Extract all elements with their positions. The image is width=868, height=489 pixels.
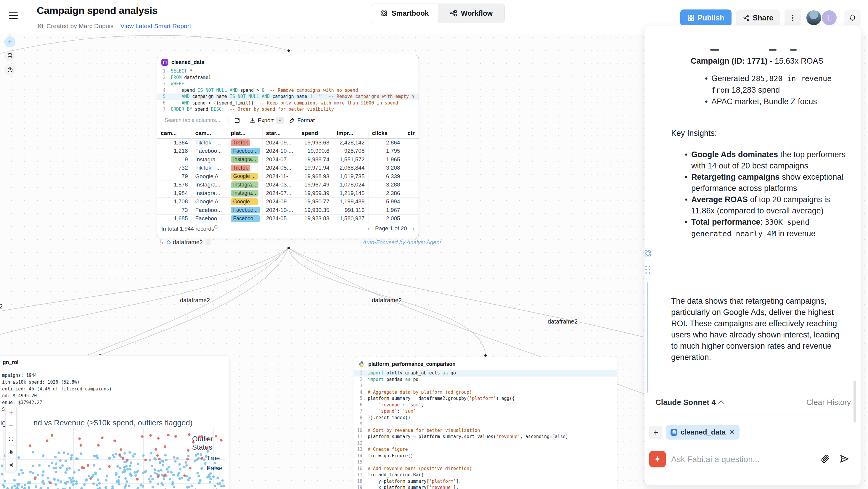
search-input[interactable] <box>161 116 229 125</box>
share-button[interactable]: Share <box>736 9 780 26</box>
publish-button[interactable]: Publish <box>680 9 731 26</box>
send-icon[interactable] <box>839 454 849 464</box>
lock-button[interactable] <box>6 446 16 459</box>
edge-label-dataframe2-cut: 2 <box>0 303 3 310</box>
code-line: 11platform_summary = platform_summary.so… <box>354 434 617 440</box>
table-cell <box>404 214 419 223</box>
divider <box>655 445 850 445</box>
table-cell: 2024-05... <box>262 214 298 223</box>
export-options-chevron[interactable]: ▾ <box>276 117 284 124</box>
platform-badge: TikTok <box>231 164 250 172</box>
next-page-button[interactable]: › <box>412 225 414 232</box>
attachment-icon[interactable] <box>820 454 830 464</box>
table-row: 732TikTok - ...TikTok2024-05...19,971.94… <box>157 164 419 172</box>
avatar[interactable] <box>806 10 822 26</box>
view-latest-smart-report-link[interactable]: View Latest Smart Report <box>120 23 191 30</box>
avatar[interactable]: L <box>821 10 837 26</box>
table-cell: Google ... <box>227 172 262 181</box>
table-cell: 1,708 <box>157 197 191 206</box>
code-line: 19 x=platform_summary['revenue'], <box>354 485 617 489</box>
table-cell <box>404 155 419 164</box>
bell-icon <box>849 14 857 22</box>
ask-question-input[interactable] <box>671 453 813 466</box>
column-header[interactable]: spend <box>298 128 333 139</box>
node-header[interactable]: cleaned_data <box>157 55 418 68</box>
column-header[interactable]: clicks <box>368 128 404 139</box>
fold-chevron-icon[interactable]: ⌄ <box>165 68 170 74</box>
fit-view-icon <box>8 436 13 441</box>
column-header[interactable]: cam... <box>157 128 191 139</box>
table-cell: 2024-10-... <box>262 206 298 215</box>
plus-icon <box>8 410 13 415</box>
menu-icon[interactable] <box>9 11 18 18</box>
table-cell: 19,923.83 <box>298 214 333 223</box>
legend-item-true[interactable]: True <box>200 454 229 462</box>
context-chip-cleaned-data[interactable]: cleaned_data ✕ <box>666 425 740 439</box>
edge-label-dataframe2: dataframe2 <box>372 297 402 304</box>
code-line: 10# Sort by revenue for better visualiza… <box>354 427 617 434</box>
fold-chevron-icon <box>362 434 367 440</box>
model-selector[interactable]: Claude Sonnet 4 <box>655 398 724 407</box>
more-menu-button[interactable]: ⋮ <box>784 9 801 26</box>
code-line: 1import plotly.graph_objects as go <box>354 370 617 376</box>
table-cell: 79 <box>157 172 191 181</box>
fold-chevron-icon[interactable]: ⌄ <box>362 395 367 402</box>
fold-chevron-icon <box>165 74 170 81</box>
table-cell: Faceboo... <box>227 147 262 155</box>
table-cell: 2,068,844 <box>333 164 368 172</box>
smartbook-atom-icon[interactable] <box>643 249 652 258</box>
table-cell: 928,708 <box>333 147 368 155</box>
node-cleaned-data[interactable]: cleaned_data 1⌄SELECT *2FROM dataframe13… <box>157 55 419 238</box>
edge-label-dataframe2: dataframe2 <box>548 318 578 325</box>
column-header[interactable]: plat... <box>227 128 262 139</box>
python-icon <box>358 361 365 368</box>
table-cell: 1,685 <box>157 214 191 223</box>
add-node-button[interactable] <box>4 36 16 48</box>
format-button[interactable]: Format <box>289 117 315 124</box>
fit-view-button[interactable] <box>6 432 16 446</box>
add-context-button[interactable]: + <box>649 426 662 439</box>
plus-icon <box>7 39 13 45</box>
table-cell: 1,219,145 <box>333 189 368 198</box>
scrollbar-thumb[interactable] <box>854 381 856 422</box>
fold-chevron-icon <box>362 402 367 408</box>
tab-smartbook[interactable]: Smartbook <box>371 4 438 23</box>
remove-context-icon[interactable]: ✕ <box>729 428 735 436</box>
campaign-heading: Campaign (ID: 1771) - 15.63x ROAS <box>691 55 850 67</box>
help-button[interactable] <box>4 64 16 75</box>
column-header[interactable]: cam... <box>191 128 227 139</box>
notifications-button[interactable] <box>844 9 861 26</box>
export-button[interactable]: Export ▾ <box>250 117 284 124</box>
zoom-out-button[interactable] <box>6 420 16 432</box>
sql-code-editor[interactable]: 1⌄SELECT *2FROM dataframe13WHERE4 spend … <box>157 68 418 113</box>
table-cell: 9 <box>157 155 191 164</box>
column-header[interactable]: ctr <box>404 128 419 139</box>
table-cell: 1,218 <box>157 147 191 155</box>
node-output-dataframe2[interactable]: ↳ dataframe2 ⋮ <box>159 239 211 246</box>
tab-workflow[interactable]: Workflow <box>438 4 504 23</box>
python-code-editor[interactable]: 1import plotly.graph_objects as go2impor… <box>354 370 617 489</box>
table-cell: 19,988.74 <box>298 155 333 164</box>
table-cell <box>404 206 419 215</box>
legend-item-false[interactable]: False <box>200 464 229 472</box>
output-options-icon[interactable]: ⋮ <box>206 239 211 245</box>
code-line: 18 y=platform_summary['platform'], <box>354 478 617 485</box>
column-header[interactable]: impr... <box>333 128 368 139</box>
table-cell: Instagra... <box>191 189 227 198</box>
platform-badge: Google ... <box>231 198 258 205</box>
node-header[interactable]: platform_performance_comparison <box>354 357 617 370</box>
shuffle-button[interactable] <box>6 459 16 471</box>
node-campaign-roi[interactable]: gn_roi mpaigns: 1944ith ≥$10k spend: 102… <box>0 355 229 489</box>
table-cell: Instagra... <box>191 181 227 189</box>
zoom-in-button[interactable] <box>6 406 16 420</box>
info-icon[interactable]: ⓘ <box>214 225 218 230</box>
column-header[interactable]: star... <box>262 128 298 139</box>
expand-table-button[interactable] <box>234 118 240 123</box>
chart-legend[interactable]: Outlier Status True False <box>192 435 229 472</box>
clear-history-button[interactable]: Clear History <box>806 398 851 407</box>
table-cell: 2024-07... <box>262 189 298 198</box>
prev-page-button[interactable]: ‹ <box>368 225 370 232</box>
drag-handle-icon[interactable] <box>644 265 652 275</box>
node-platform-performance-comparison[interactable]: platform_performance_comparison 1import … <box>354 357 617 489</box>
data-sources-button[interactable] <box>4 50 16 61</box>
